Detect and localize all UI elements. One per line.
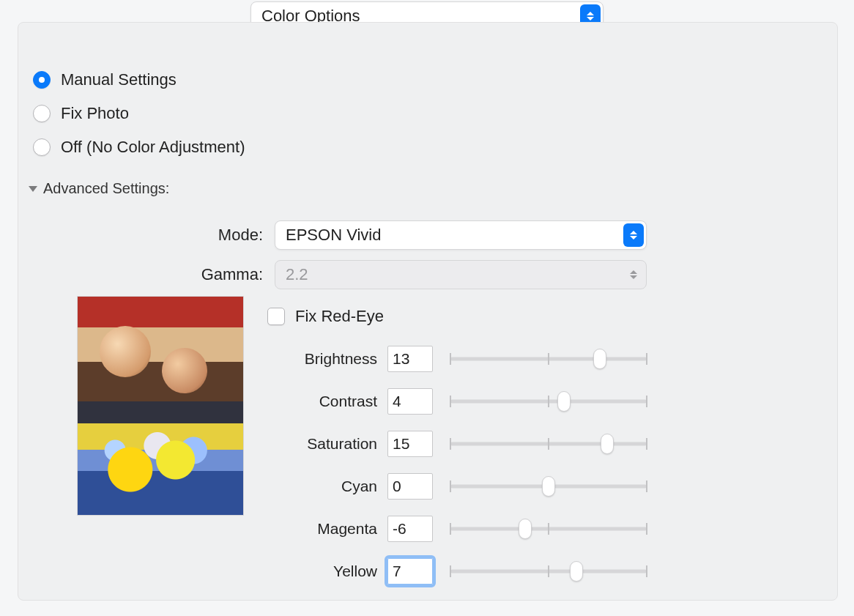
color-mode-radio-group: Manual Settings Fix Photo Off (No Color … <box>33 63 245 164</box>
checkbox-icon <box>267 308 285 325</box>
slider-label: Yellow <box>18 563 387 580</box>
yellow-slider[interactable] <box>450 560 647 582</box>
gamma-select: 2.2 <box>275 260 647 289</box>
radio-dot-icon <box>33 105 51 122</box>
slider-label: Contrast <box>18 393 387 410</box>
brightness-row: Brightness 13 <box>18 345 647 373</box>
cyan-input[interactable]: 0 <box>387 473 433 500</box>
radio-fix-photo[interactable]: Fix Photo <box>33 97 245 130</box>
slider-thumb-icon[interactable] <box>593 349 606 369</box>
slider-thumb-icon[interactable] <box>570 561 583 582</box>
brightness-slider[interactable] <box>450 348 647 370</box>
slider-label: Cyan <box>18 478 387 495</box>
cyan-row: Cyan 0 <box>18 472 647 500</box>
gamma-row: Gamma: 2.2 <box>18 260 647 289</box>
saturation-input[interactable]: 15 <box>387 431 433 457</box>
slider-thumb-icon[interactable] <box>519 519 532 539</box>
radio-label: Manual Settings <box>61 70 177 89</box>
disclosure-label: Advanced Settings: <box>43 180 169 197</box>
magenta-row: Magenta -6 <box>18 515 647 543</box>
contrast-input[interactable]: 4 <box>387 388 433 415</box>
mode-row: Mode: EPSON Vivid <box>18 220 647 250</box>
chevron-down-icon <box>29 186 37 192</box>
gamma-value: 2.2 <box>286 265 308 284</box>
radio-label: Fix Photo <box>61 104 129 123</box>
radio-dot-icon <box>33 138 51 156</box>
fix-red-eye-checkbox[interactable]: Fix Red-Eye <box>267 307 384 326</box>
slider-thumb-icon[interactable] <box>542 476 555 497</box>
cyan-slider[interactable] <box>450 475 647 497</box>
advanced-settings-disclosure[interactable]: Advanced Settings: <box>29 180 169 197</box>
contrast-slider[interactable] <box>450 390 647 412</box>
contrast-row: Contrast 4 <box>18 387 647 415</box>
radio-manual-settings[interactable]: Manual Settings <box>33 63 245 97</box>
magenta-input[interactable]: -6 <box>387 516 433 542</box>
radio-off-no-color-adjustment[interactable]: Off (No Color Adjustment) <box>33 130 245 164</box>
slider-label: Brightness <box>18 350 387 368</box>
slider-label: Magenta <box>18 520 387 538</box>
slider-label: Saturation <box>18 435 387 453</box>
color-options-panel: Manual Settings Fix Photo Off (No Color … <box>18 22 838 601</box>
slider-thumb-icon[interactable] <box>557 391 571 412</box>
updown-icon <box>623 263 644 286</box>
mode-value: EPSON Vivid <box>286 226 381 245</box>
magenta-slider[interactable] <box>450 518 647 540</box>
saturation-row: Saturation 15 <box>18 430 647 458</box>
checkbox-label: Fix Red-Eye <box>295 307 384 326</box>
radio-label: Off (No Color Adjustment) <box>61 138 245 157</box>
mode-label: Mode: <box>18 226 275 245</box>
brightness-input[interactable]: 13 <box>387 346 433 372</box>
gamma-label: Gamma: <box>18 265 275 284</box>
mode-select[interactable]: EPSON Vivid <box>275 220 647 250</box>
updown-icon <box>623 223 644 247</box>
yellow-row: Yellow 7 <box>18 557 647 585</box>
slider-thumb-icon[interactable] <box>601 434 614 454</box>
yellow-input[interactable]: 7 <box>387 558 433 585</box>
saturation-slider[interactable] <box>450 433 647 455</box>
radio-dot-icon <box>33 71 51 89</box>
